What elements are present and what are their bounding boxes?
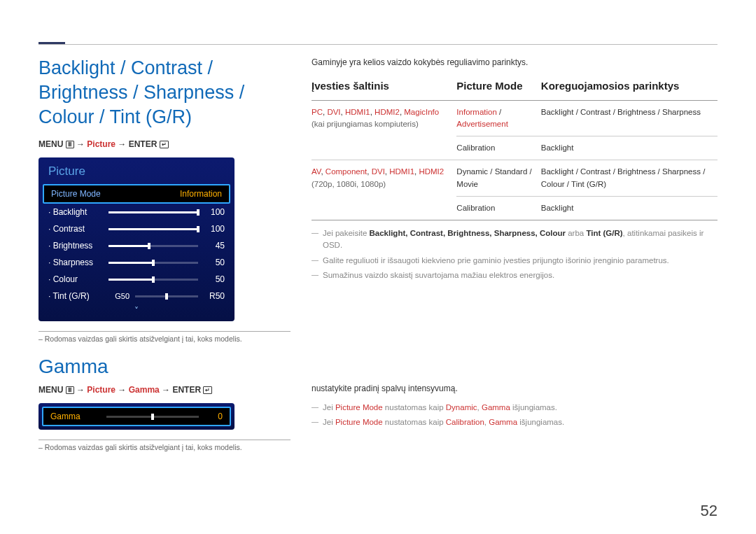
gamma-intro: nustatykite pradinį spalvų intensyvumą.	[312, 382, 718, 395]
right-column: Gaminyje yra kelios vaizdo kokybės regul…	[312, 56, 718, 451]
slider[interactable]	[108, 228, 198, 230]
label: Backlight	[48, 207, 103, 217]
osd-row-colour[interactable]: Colour 50	[38, 271, 234, 288]
cell: Backlight / Contrast / Brightness / Shar…	[541, 160, 718, 197]
label: Gamma	[50, 412, 99, 421]
g-value: G50	[108, 292, 130, 300]
slider[interactable]	[108, 262, 198, 264]
note-item: Sumažinus vaizdo skaistį suvartojama maž…	[323, 269, 718, 281]
divider	[38, 331, 290, 332]
cell: Calibration	[456, 196, 540, 220]
label: Colour	[48, 274, 103, 284]
menu-path-1: MENU Ⅲ → Picture → ENTER ↵	[38, 139, 290, 149]
osd-row-gamma[interactable]: Gamma 0	[42, 407, 231, 426]
menu-icon: Ⅲ	[66, 141, 74, 148]
cell: AV, Component, DVI, HDMI1, HDMI2 (720p, …	[312, 160, 456, 220]
page-body: Backlight / Contrast / Brightness / Shar…	[38, 38, 718, 451]
t: MENU	[38, 385, 66, 395]
osd-title: Picture	[38, 157, 234, 184]
table-header-row: Įvesties šaltinis Picture Mode Koreguoja…	[312, 78, 718, 100]
osd-row-backlight[interactable]: Backlight 100	[38, 204, 234, 220]
t: Picture	[87, 385, 115, 395]
table-row: AV, Component, DVI, HDMI1, HDMI2 (720p, …	[312, 160, 718, 197]
cell: Information / Advertisement	[456, 100, 540, 136]
r-value: R50	[204, 291, 225, 301]
t: → ENTER	[115, 139, 160, 149]
value: 100	[204, 224, 225, 234]
slider[interactable]	[106, 416, 199, 418]
divider	[38, 440, 290, 440]
note-item: Jei Picture Mode nustatomas kaip Calibra…	[323, 416, 718, 428]
enter-icon: ↵	[160, 141, 169, 148]
t: MENU	[38, 139, 66, 149]
notes-list: Jei pakeisite Backlight, Contrast, Brigh…	[312, 227, 718, 281]
section-heading-gamma: Gamma	[38, 356, 290, 378]
page-number: 52	[701, 502, 718, 520]
chevron-down-icon[interactable]: ˅	[38, 304, 234, 317]
menu-icon: Ⅲ	[66, 386, 74, 394]
value: 100	[204, 207, 225, 217]
note-item: Galite reguliuoti ir išsaugoti kiekvieno…	[323, 255, 718, 267]
gamma-notes: Jei Picture Mode nustatomas kaip Dynamic…	[312, 402, 718, 429]
footnote: Rodomas vaizdas gali skirtis atsižvelgia…	[38, 443, 290, 451]
cell: PC, DVI, HDMI1, HDMI2, MagicInfo (kai pr…	[312, 100, 456, 160]
osd-panel-gamma: Gamma 0	[38, 403, 234, 430]
left-column: Backlight / Contrast / Brightness / Shar…	[38, 56, 290, 451]
label: Tint (G/R)	[48, 291, 103, 301]
value: 50	[204, 258, 225, 267]
t: →	[74, 139, 88, 149]
t: Gamma	[129, 385, 160, 395]
col-1: Įvesties šaltinis	[312, 78, 456, 100]
cell: Calibration	[456, 136, 540, 160]
cell: Backlight / Contrast / Brightness / Shar…	[541, 100, 718, 136]
label: Brightness	[48, 241, 103, 251]
top-accent	[38, 42, 65, 44]
t: Picture	[87, 139, 115, 149]
enter-icon: ↵	[203, 386, 212, 394]
note-item: Jei pakeisite Backlight, Contrast, Brigh…	[323, 227, 718, 252]
slider[interactable]	[108, 211, 198, 213]
top-divider	[38, 44, 718, 45]
settings-table: Įvesties šaltinis Picture Mode Koreguoja…	[312, 78, 718, 220]
footnote: Rodomas vaizdas gali skirtis atsižvelgia…	[38, 335, 290, 343]
picture-mode-value: Information	[180, 189, 222, 199]
menu-path-2: MENU Ⅲ → Picture → Gamma → ENTER ↵	[38, 385, 290, 395]
value: 45	[204, 241, 225, 251]
col-2: Picture Mode	[456, 78, 540, 100]
picture-mode-label: Picture Mode	[51, 189, 101, 199]
cell: Backlight	[541, 136, 718, 160]
col-3: Koreguojamosios parinktys	[541, 78, 718, 100]
section-heading: Backlight / Contrast / Brightness / Shar…	[38, 56, 290, 129]
slider[interactable]	[135, 295, 198, 297]
osd-row-contrast[interactable]: Contrast 100	[38, 220, 234, 237]
osd-row-brightness[interactable]: Brightness 45	[38, 237, 234, 254]
osd-row-sharpness[interactable]: Sharpness 50	[38, 254, 234, 271]
slider[interactable]	[108, 245, 198, 247]
osd-selected-row[interactable]: Picture Mode Information	[43, 184, 230, 204]
label: Sharpness	[48, 258, 103, 267]
t: → ENTER	[160, 385, 204, 395]
value: 0	[206, 412, 223, 421]
cell: Dynamic / Standard / Movie	[456, 160, 540, 197]
intro-text: Gaminyje yra kelios vaizdo kokybės regul…	[312, 56, 718, 69]
t: →	[74, 385, 88, 395]
osd-panel-picture: Picture Picture Mode Information Backlig…	[38, 157, 234, 321]
cell: Backlight	[541, 196, 718, 220]
slider[interactable]	[108, 279, 198, 281]
osd-row-tint[interactable]: Tint (G/R) G50 R50	[38, 288, 234, 304]
label: Contrast	[48, 224, 103, 234]
table-row: PC, DVI, HDMI1, HDMI2, MagicInfo (kai pr…	[312, 100, 718, 136]
note-item: Jei Picture Mode nustatomas kaip Dynamic…	[323, 402, 718, 414]
value: 50	[204, 274, 225, 284]
t: →	[115, 385, 129, 395]
